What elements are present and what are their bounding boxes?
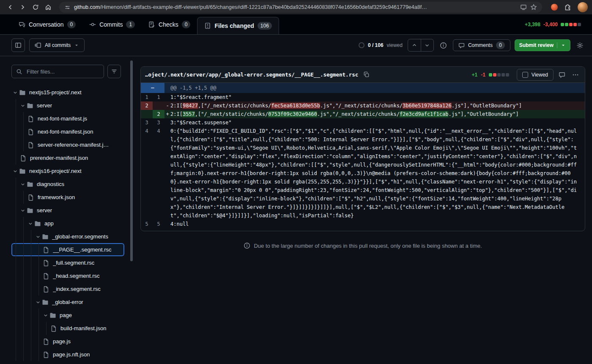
next-file-button[interactable]: [421, 39, 433, 51]
address-bar[interactable]: github.com/Himenon/diff-artifacts-exampl…: [59, 2, 542, 13]
submit-review-button[interactable]: Submit review: [515, 39, 570, 51]
indent-guide: [12, 322, 20, 335]
comment-discussion-icon: [19, 21, 25, 28]
diff-block-green: [565, 23, 568, 26]
indent-guide: [12, 282, 20, 296]
tree-item-file[interactable]: framework.json: [11, 191, 124, 204]
filter-options-button[interactable]: [107, 65, 121, 78]
tab-conversation[interactable]: Conversation 0: [12, 14, 82, 34]
prev-file-button[interactable]: [408, 39, 421, 51]
tree-item-file[interactable]: server-reference-manifest.j…: [11, 138, 124, 151]
viewed-checkbox[interactable]: [522, 72, 528, 78]
tree-item-folder[interactable]: app: [11, 217, 124, 230]
chevron-down-icon[interactable]: [20, 208, 27, 213]
gear-icon: [576, 42, 584, 49]
browser-refresh-button[interactable]: [30, 1, 41, 13]
tab-commits[interactable]: Commits 1: [82, 14, 142, 34]
info-icon: [440, 42, 447, 49]
tree-item-folder[interactable]: _global-error.segments: [11, 230, 124, 243]
diff-block-red: [493, 73, 496, 77]
info-button[interactable]: [438, 40, 449, 51]
chevron-down-icon[interactable]: [35, 234, 42, 240]
tree-item-file[interactable]: _head.segment.rsc: [11, 269, 124, 282]
chevron-down-icon[interactable]: [20, 103, 27, 109]
old-line-number[interactable]: 4: [141, 127, 153, 135]
chevron-down-icon[interactable]: [20, 181, 27, 187]
new-line-number[interactable]: 1: [153, 93, 164, 101]
tree-item-file[interactable]: page.js: [11, 335, 124, 348]
url-host: github.com: [74, 4, 100, 10]
browser-home-button[interactable]: [42, 1, 54, 13]
comment-icon: [458, 42, 465, 49]
chevron-down-icon[interactable]: [12, 168, 19, 174]
code-text: 1:"$Sreact.fragment": [170, 93, 579, 101]
old-line-number[interactable]: 5: [141, 220, 153, 228]
tree-item-file[interactable]: _index.segment.rsc: [11, 282, 124, 296]
word-diff-highlight: f2e3cd9afc1f1cab: [400, 111, 449, 117]
diff-sign: -: [164, 101, 170, 110]
indent-guide: [20, 256, 27, 269]
code-cell: 3:"$Sreact.suspense": [164, 118, 585, 127]
tree-item-folder[interactable]: page: [11, 309, 124, 322]
bookmark-star-icon[interactable]: [529, 4, 539, 11]
caret-down-icon: [74, 43, 79, 48]
tree-item-folder[interactable]: nextjs16-project/.next: [11, 164, 124, 178]
tree-item-file[interactable]: page.js.nft.json: [11, 348, 124, 361]
diff-line-del: 2-2:I[98427,["/_next/static/chunks/fec5e…: [141, 101, 585, 110]
tree-item-folder[interactable]: diagnostics: [11, 178, 124, 191]
settings-gear-button[interactable]: [575, 40, 585, 51]
tree-item-folder[interactable]: _global-error: [11, 296, 124, 309]
file-kebab-menu-button[interactable]: [570, 70, 581, 80]
tree-item-folder[interactable]: server: [11, 99, 124, 112]
indent-guide: [20, 243, 27, 256]
file-filter-input[interactable]: [26, 68, 99, 75]
old-line-number[interactable]: 3: [141, 118, 153, 127]
comments-button[interactable]: Comments 0: [453, 39, 510, 51]
chevron-down-icon[interactable]: [27, 221, 34, 227]
copy-path-button[interactable]: [362, 70, 371, 79]
browser-back-button[interactable]: [4, 1, 16, 13]
viewed-progress: 0 / 106 viewed: [359, 42, 403, 48]
tree-item-folder[interactable]: server: [11, 204, 124, 217]
new-line-number[interactable]: 5: [153, 220, 164, 228]
tree-item-label: page.js: [53, 338, 71, 345]
old-line-number[interactable]: 1: [141, 93, 153, 101]
tab-files-changed[interactable]: Files changed 106: [197, 17, 279, 34]
tree-item-file[interactable]: prerender-manifest.json: [11, 151, 124, 164]
new-line-number[interactable]: 4: [153, 127, 164, 135]
diffstat-blocks: [561, 23, 581, 26]
diff-line-add: 2+2:I[3557,["/_next/static/chunks/0753f0…: [141, 110, 585, 118]
tree-item-label: _full.segment.rsc: [53, 260, 94, 266]
profile-avatar[interactable]: [578, 2, 588, 12]
toggle-file-tree-button[interactable]: [11, 38, 25, 52]
old-line-number[interactable]: 2: [141, 101, 153, 110]
site-settings-icon[interactable]: [63, 4, 72, 11]
tree-item-file[interactable]: __PAGE__.segment.rsc: [11, 243, 124, 256]
sidebar-scrollbar[interactable]: [130, 60, 133, 261]
tree-item-label: _index.segment.rsc: [53, 286, 101, 292]
tab-checks[interactable]: Checks 0: [142, 14, 197, 34]
chevron-down-icon: [424, 42, 430, 48]
extensions-puzzle-icon[interactable]: [562, 4, 573, 11]
indent-guide: [12, 138, 20, 151]
chevron-down-icon[interactable]: [12, 90, 19, 96]
viewed-toggle-button[interactable]: Viewed: [517, 69, 554, 81]
new-line-number[interactable]: 3: [153, 118, 164, 127]
code-cell: 4:null: [164, 220, 585, 228]
browser-forward-button[interactable]: [17, 1, 29, 13]
chevron-down-icon[interactable]: [43, 312, 49, 318]
indent-guide: [27, 335, 35, 348]
file-comment-button[interactable]: [557, 70, 567, 80]
file-header: …oject/.next/server/app/_global-error.se…: [141, 67, 585, 83]
extension-icon[interactable]: [551, 4, 558, 11]
tree-item-file[interactable]: next-font-manifest.json: [11, 125, 124, 138]
tree-item-file[interactable]: build-manifest.json: [11, 322, 124, 335]
all-commits-dropdown[interactable]: All commits: [29, 38, 85, 52]
tree-item-folder[interactable]: nextjs15-project/.next: [11, 86, 124, 99]
tree-item-file[interactable]: next-font-manifest.js: [11, 112, 124, 125]
new-line-number[interactable]: 2: [153, 110, 164, 118]
expand-hunk-button[interactable]: ⋯: [141, 83, 164, 93]
chevron-down-icon[interactable]: [35, 299, 42, 305]
send-to-device-icon[interactable]: [518, 4, 529, 11]
tree-item-file[interactable]: _full.segment.rsc: [11, 256, 124, 269]
